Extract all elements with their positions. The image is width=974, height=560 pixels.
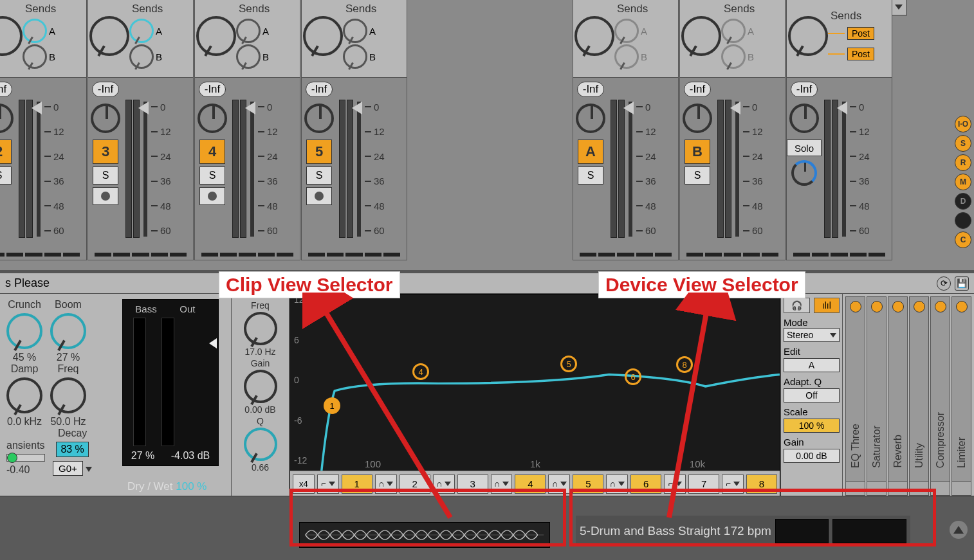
return-activator-a[interactable]: A: [578, 140, 603, 164]
volume-knob[interactable]: [0, 104, 14, 133]
db-transients-slider[interactable]: [7, 453, 17, 463]
volume-readout[interactable]: -Inf: [791, 82, 818, 97]
volume-fader[interactable]: [357, 102, 361, 237]
send-a-knob[interactable]: [343, 19, 367, 43]
pan-knob[interactable]: [0, 16, 23, 56]
db-freq-knob[interactable]: [50, 377, 86, 413]
expand-triangle-icon[interactable]: [950, 521, 968, 539]
pan-knob[interactable]: [303, 16, 343, 56]
solo-button[interactable]: S: [685, 167, 710, 185]
out-handle-icon[interactable]: [209, 338, 217, 348]
volume-readout[interactable]: -Inf: [92, 82, 120, 97]
solo-button[interactable]: S: [0, 167, 12, 185]
spectrum-icon[interactable]: ılıl: [814, 298, 840, 313]
solo-button[interactable]: S: [199, 167, 225, 185]
send-a-knob[interactable]: [129, 19, 154, 43]
db-drywet[interactable]: Dry / Wet 100 %: [127, 480, 207, 493]
eq-q-knob[interactable]: [244, 428, 277, 461]
device-slot-limiter[interactable]: Limiter: [951, 296, 971, 496]
solo-button[interactable]: S: [93, 167, 118, 185]
eq-band-handle-1[interactable]: 1: [324, 397, 340, 414]
device-title-bar[interactable]: s Please ⟳ 💾: [0, 273, 974, 294]
volume-readout[interactable]: -Inf: [306, 82, 333, 97]
post-send-a-button[interactable]: Post: [847, 27, 874, 40]
eq-gain-knob[interactable]: [244, 370, 277, 403]
db-freq-value[interactable]: 50.0 Hz: [50, 416, 86, 428]
volume-fader[interactable]: [37, 102, 41, 237]
eq-band-handle-8[interactable]: 8: [676, 356, 693, 373]
volume-readout[interactable]: -Inf: [199, 82, 226, 97]
volume-fader[interactable]: [629, 102, 632, 237]
solo-button[interactable]: S: [578, 167, 603, 185]
eq-freq-knob[interactable]: [244, 312, 277, 345]
device-on-icon[interactable]: [935, 301, 946, 312]
device-slot-compressor[interactable]: Compressor: [930, 296, 950, 496]
headphone-icon[interactable]: 🎧: [784, 298, 810, 313]
chevron-down-icon[interactable]: [86, 467, 92, 472]
db-decay-value[interactable]: 83 %: [56, 442, 88, 457]
track-activator-3[interactable]: 3: [93, 140, 118, 164]
send-a-knob[interactable]: [23, 19, 47, 43]
eq-q-value[interactable]: 0.66: [234, 462, 286, 473]
solo-button[interactable]: S: [306, 167, 332, 185]
volume-readout[interactable]: -Inf: [684, 82, 712, 97]
send-b-knob[interactable]: [343, 44, 367, 69]
send-a-knob[interactable]: [614, 19, 639, 43]
return-activator-b[interactable]: B: [685, 140, 710, 164]
volume-knob[interactable]: [683, 104, 712, 133]
volume-readout[interactable]: -Inf: [0, 82, 12, 97]
volume-fader[interactable]: [250, 102, 254, 237]
volume-fader[interactable]: [842, 102, 846, 237]
db-transients-value[interactable]: -0.40: [6, 464, 45, 476]
mixer-toggle[interactable]: M: [955, 174, 971, 190]
record-arm-button[interactable]: [199, 187, 225, 205]
volume-knob[interactable]: [789, 104, 819, 133]
send-a-knob[interactable]: [721, 19, 746, 43]
extra-toggle[interactable]: [955, 212, 971, 229]
send-a-knob[interactable]: [236, 19, 261, 43]
io-toggle[interactable]: I·O: [955, 116, 971, 132]
eq-graph[interactable]: 1260-6-12 1 4 5 6 8 1001k10k x4 ⌐ 1 ∩ 2 …: [289, 294, 780, 498]
cue-volume-knob[interactable]: [791, 160, 817, 186]
eq-rgain-value[interactable]: 0.00 dB: [784, 449, 840, 463]
save-preset-icon[interactable]: 💾: [955, 276, 969, 291]
db-crunch-value[interactable]: 45 %: [6, 352, 42, 363]
crossfade-toggle[interactable]: C: [955, 231, 971, 248]
sends-toggle[interactable]: S: [955, 135, 971, 152]
send-b-knob[interactable]: [236, 44, 261, 69]
returns-toggle[interactable]: R: [955, 154, 971, 171]
eq-band-handle-4[interactable]: 4: [412, 363, 429, 380]
pan-knob[interactable]: [196, 16, 236, 56]
db-crunch-knob[interactable]: [6, 313, 42, 349]
track-activator-4[interactable]: 4: [199, 140, 225, 164]
master-solo-button[interactable]: Solo: [787, 140, 822, 156]
device-slot-reverb[interactable]: Reverb: [888, 296, 908, 496]
volume-knob[interactable]: [91, 104, 120, 133]
pan-knob[interactable]: [89, 16, 129, 56]
db-boom-knob[interactable]: [50, 313, 86, 349]
eq-band-handle-6[interactable]: 6: [625, 368, 641, 385]
db-boom-value[interactable]: 27 %: [50, 352, 86, 363]
device-slot-saturator[interactable]: Saturator: [867, 296, 887, 496]
db-go-button[interactable]: G0+: [53, 461, 83, 476]
record-arm-button[interactable]: [93, 187, 118, 205]
track-activator-2[interactable]: 2: [0, 140, 12, 164]
device-on-icon[interactable]: [892, 301, 904, 312]
device-on-icon[interactable]: [914, 301, 925, 312]
record-arm-button[interactable]: [306, 187, 332, 205]
pan-knob[interactable]: [574, 16, 614, 56]
pan-knob[interactable]: [681, 16, 721, 56]
volume-readout[interactable]: -Inf: [577, 82, 605, 97]
track-activator-5[interactable]: 5: [306, 140, 332, 164]
device-on-icon[interactable]: [956, 301, 968, 312]
hot-swap-icon[interactable]: ⟳: [937, 276, 951, 291]
db-damp-value[interactable]: 0.0 kHz: [6, 416, 42, 428]
volume-knob[interactable]: [576, 104, 605, 133]
volume-knob[interactable]: [304, 104, 334, 133]
eq-gain-value[interactable]: 0.00 dB: [234, 404, 286, 415]
delay-toggle[interactable]: D: [955, 193, 971, 210]
device-slot-utility[interactable]: Utility: [909, 296, 929, 496]
eq-adaptq-button[interactable]: Off: [784, 388, 840, 402]
eq-freq-value[interactable]: 17.0 Hz: [234, 347, 286, 357]
send-b-knob[interactable]: [721, 44, 746, 69]
